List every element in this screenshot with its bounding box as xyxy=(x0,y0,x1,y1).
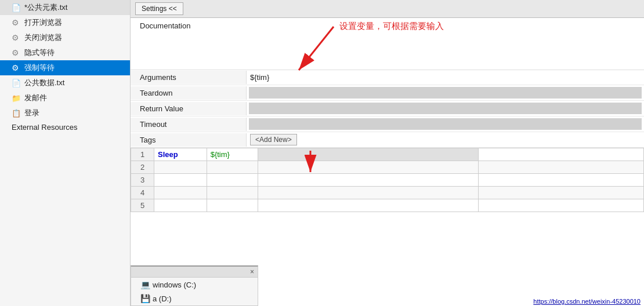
documentation-section: Documentation xyxy=(131,18,644,70)
arguments-row: Arguments ${tim} xyxy=(131,70,644,85)
drive-label-d: a (D:) xyxy=(153,294,172,303)
sidebar-item-label: 登录 xyxy=(24,108,39,118)
row-number: 5 xyxy=(131,199,154,212)
tags-value: <Add New> xyxy=(247,132,644,147)
keyword-cell[interactable] xyxy=(154,187,207,199)
timeout-input[interactable] xyxy=(249,118,642,130)
gear-icon: ⚙ xyxy=(12,33,21,42)
bottom-area: 1Sleep${tim}2345 × 💻 windows (C:) 💾 xyxy=(131,148,644,306)
col4-cell[interactable] xyxy=(478,199,643,212)
sidebar-item-external-resources[interactable]: External Resources xyxy=(0,121,130,134)
sidebar-item-label: 公共数据.txt xyxy=(24,78,64,88)
sidebar-item-label: 强制等待 xyxy=(24,63,55,73)
table-row: 5 xyxy=(131,199,644,212)
gear-icon: ⚙ xyxy=(12,63,21,72)
sidebar-item-label: 隐式等待 xyxy=(24,48,55,58)
keyword-cell[interactable] xyxy=(154,161,207,174)
documentation-label: Documentation xyxy=(140,21,635,30)
gear-icon: ⚙ xyxy=(12,48,21,57)
sidebar-item-label: 发邮件 xyxy=(24,93,47,103)
return-value-row: Return Value xyxy=(131,101,644,116)
arg-cell[interactable] xyxy=(207,161,258,174)
bottom-left-panel: × 💻 windows (C:) 💾 a (D:) xyxy=(131,265,258,306)
col4-cell[interactable] xyxy=(478,174,643,187)
col3-cell[interactable] xyxy=(258,187,478,199)
row-number: 3 xyxy=(131,174,154,187)
tags-label: Tags xyxy=(131,133,247,147)
teardown-input[interactable] xyxy=(249,87,642,99)
bottom-panel-item-d[interactable]: 💾 a (D:) xyxy=(131,292,258,305)
tags-row: Tags <Add New> xyxy=(131,132,644,148)
sidebar-item-open-browser[interactable]: ⚙ 打开浏览器 xyxy=(0,15,130,30)
keyword-cell[interactable] xyxy=(154,199,207,212)
col4-cell[interactable] xyxy=(478,161,643,174)
bottom-panel-item-c[interactable]: 💻 windows (C:) xyxy=(131,278,258,292)
col4-cell[interactable] xyxy=(478,187,643,199)
arg-cell[interactable] xyxy=(207,174,258,187)
sidebar-item-mail[interactable]: 📁 发邮件 xyxy=(0,90,130,105)
add-new-button[interactable]: <Add New> xyxy=(250,134,297,145)
form-rows-container: Arguments ${tim} Teardown Return Value T… xyxy=(131,70,644,148)
sidebar-item-force-wait[interactable]: ⚙ 强制等待 xyxy=(0,60,130,75)
item-icon: 📋 xyxy=(12,109,21,118)
drive-icon-d: 💾 xyxy=(140,294,150,303)
sidebar-item-label: *公共元素.txt xyxy=(24,2,67,13)
col4-cell[interactable] xyxy=(478,148,643,161)
settings-button[interactable]: Settings << xyxy=(135,2,183,15)
drive-label-c: windows (C:) xyxy=(153,280,196,289)
row-number: 1 xyxy=(131,148,154,161)
table-row: 2 xyxy=(131,161,644,174)
arg-cell[interactable]: ${tim} xyxy=(207,148,258,161)
col3-cell[interactable] xyxy=(258,174,478,187)
main-content: Settings << Documentation Arguments ${ti… xyxy=(131,0,644,306)
keyword-cell[interactable]: Sleep xyxy=(154,148,207,161)
arg-cell[interactable] xyxy=(207,199,258,212)
row-number: 2 xyxy=(131,161,154,174)
table-row: 3 xyxy=(131,174,644,187)
teardown-row: Teardown xyxy=(131,85,644,101)
data-table: 1Sleep${tim}2345 xyxy=(131,148,644,212)
sidebar-item-label: External Resources xyxy=(12,123,77,132)
drive-icon-c: 💻 xyxy=(140,280,150,289)
table-row: 1Sleep${tim} xyxy=(131,148,644,161)
teardown-label: Teardown xyxy=(131,86,247,100)
row-number: 4 xyxy=(131,187,154,199)
table-row: 4 xyxy=(131,187,644,199)
arg-cell[interactable] xyxy=(207,187,258,199)
sidebar-item-label: 关闭浏览器 xyxy=(24,32,62,43)
arguments-value[interactable]: ${tim} xyxy=(247,71,644,83)
col3-cell[interactable] xyxy=(258,148,478,161)
col3-cell[interactable] xyxy=(258,161,478,174)
settings-toolbar: Settings << xyxy=(131,0,644,18)
folder-icon: 📁 xyxy=(12,94,21,103)
keyword-cell[interactable] xyxy=(154,174,207,187)
sidebar-item-implicit-wait[interactable]: ⚙ 隐式等待 xyxy=(0,45,130,60)
col3-cell[interactable] xyxy=(258,199,478,212)
arguments-label: Arguments xyxy=(131,71,247,84)
file-icon: 📄 xyxy=(12,3,21,12)
sidebar-item-shared-data[interactable]: 📄 公共数据.txt xyxy=(0,75,130,90)
url-bar[interactable]: https://blog.csdn.net/weixin-45230010 xyxy=(530,297,644,306)
bottom-panel-header: × xyxy=(131,267,258,278)
sidebar-item-file1[interactable]: 📄 *公共元素.txt xyxy=(0,0,130,15)
sidebar-item-close-browser[interactable]: ⚙ 关闭浏览器 xyxy=(0,30,130,45)
return-value-input[interactable] xyxy=(249,103,642,114)
close-panel-button[interactable]: × xyxy=(250,268,254,276)
timeout-row: Timeout xyxy=(131,116,644,132)
gear-icon: ⚙ xyxy=(12,18,21,27)
settings-form: Documentation Arguments ${tim} Teardown … xyxy=(131,18,644,148)
timeout-label: Timeout xyxy=(131,118,247,131)
sidebar: 📄 *公共元素.txt ⚙ 打开浏览器 ⚙ 关闭浏览器 ⚙ 隐式等待 ⚙ 强制等… xyxy=(0,0,131,306)
sidebar-item-label: 打开浏览器 xyxy=(24,17,62,28)
file-icon: 📄 xyxy=(12,79,21,88)
sidebar-item-login[interactable]: 📋 登录 xyxy=(0,105,130,121)
return-value-label: Return Value xyxy=(131,102,247,115)
